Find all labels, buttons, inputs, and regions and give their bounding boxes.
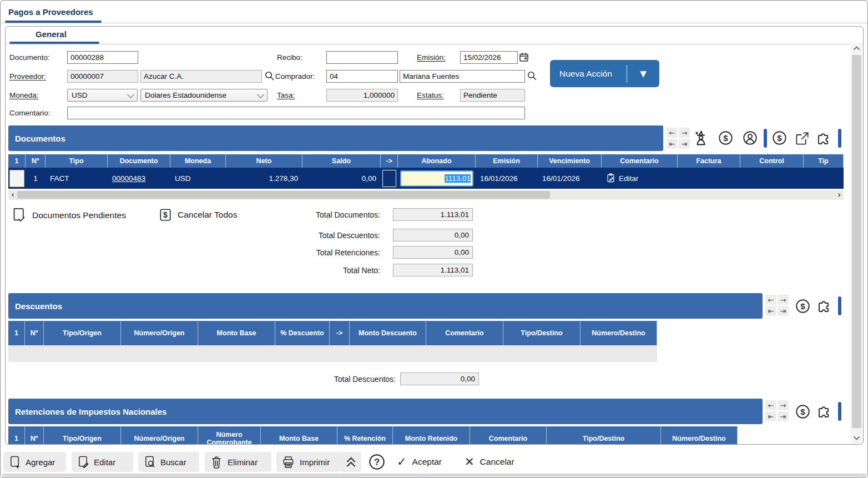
col-tipo-destino: Tipo/Destino (547, 426, 661, 444)
tab-general[interactable]: General (36, 29, 67, 39)
imprimir-button[interactable]: Imprimir (276, 452, 341, 472)
page-horizontal-scrollbar[interactable] (2, 474, 866, 477)
documentos-horizontal-scrollbar[interactable]: ‹ › (8, 190, 844, 200)
table-row[interactable]: 1 FACT 00000483 USD 1.278,30 0,00 1113.0… (8, 168, 844, 189)
scroll-left-icon[interactable]: ‹ (8, 190, 17, 200)
buscar-button[interactable]: Buscar (138, 452, 199, 472)
eliminar-label: Eliminar (228, 457, 258, 467)
svg-text:$: $ (800, 301, 805, 311)
col-numero: Nº (25, 321, 44, 345)
col-comentario: Comentario (602, 154, 678, 168)
total-retenciones-label: Total Retenciones: (278, 248, 380, 257)
scroll-right-icon[interactable]: › (835, 190, 844, 200)
moneda-name-select[interactable]: Dolares Estadounidense (140, 89, 268, 102)
dollar-circle-icon[interactable]: $ (795, 404, 811, 422)
recibo-input[interactable] (326, 51, 398, 64)
col-select: 1 (8, 154, 26, 168)
editar-link-label: Editar (619, 174, 638, 183)
document-plus-icon (9, 455, 21, 469)
caret-down-icon[interactable]: ▼ (627, 69, 659, 79)
external-link-icon[interactable] (795, 131, 810, 148)
prev-record-icon[interactable]: ← (667, 128, 678, 138)
last-record-icon[interactable]: ⇥ (778, 306, 789, 316)
col-transfer: -> (330, 321, 350, 345)
emision-label[interactable]: Emisión: (417, 53, 446, 62)
edit-note-icon (606, 173, 615, 183)
next-record-icon[interactable]: → (778, 295, 789, 305)
col-emision: Emisión (476, 154, 538, 168)
dollar-square-icon: $ (159, 208, 172, 222)
scrollbar-thumb[interactable] (852, 55, 861, 428)
proveedor-label[interactable]: Proveedor: (9, 72, 46, 80)
dollar-circle-icon[interactable]: $ (718, 130, 734, 148)
col-numero-origen: Número/Origen (121, 321, 198, 345)
abonado-input[interactable]: 1113.01 (400, 170, 473, 187)
next-record-icon[interactable]: → (778, 400, 789, 410)
agregar-button[interactable]: Agregar (3, 452, 66, 472)
editar-button[interactable]: Editar (72, 452, 133, 472)
last-record-icon[interactable]: ⇥ (778, 411, 789, 421)
comprador-code-input[interactable] (326, 70, 398, 83)
documentos-pendientes-button[interactable]: Documentos Pendientes (12, 207, 126, 223)
row-emision: 16/01/2026 (476, 168, 538, 189)
person-circle-icon[interactable] (742, 130, 758, 148)
row-checkbox[interactable] (9, 170, 24, 187)
col-numero-origen: Número/Origen (121, 426, 198, 444)
trash-icon (210, 455, 223, 469)
prev-record-icon[interactable]: ← (765, 295, 776, 305)
top-divider (1, 23, 867, 23)
row-transfer-button[interactable] (382, 170, 396, 187)
estatus-label[interactable]: Estatus: (417, 91, 444, 99)
aceptar-button[interactable]: ✓ Aceptar (397, 452, 442, 472)
first-record-icon[interactable]: ⇤ (765, 306, 776, 316)
collapse-toolbar-button[interactable] (341, 452, 361, 472)
comprador-search-icon[interactable] (527, 71, 537, 83)
dollar-circle-icon[interactable]: $ (771, 130, 788, 148)
moneda-code-select[interactable]: USD (67, 89, 138, 102)
row-comentario-editar[interactable]: Editar (602, 168, 678, 189)
wizard-icon[interactable] (692, 129, 710, 149)
eliminar-button[interactable]: Eliminar (205, 452, 271, 472)
col-numero-destino: Número/Destino (581, 321, 657, 345)
svg-text:$: $ (777, 133, 782, 143)
scroll-up-icon[interactable] (852, 45, 861, 52)
comentario-input[interactable] (67, 107, 525, 119)
recibo-label: Recibo: (277, 53, 302, 62)
dollar-circle-icon[interactable]: $ (795, 298, 811, 316)
nueva-accion-button[interactable]: Nueva Acción ▼ (550, 60, 659, 87)
comprador-name-input[interactable] (400, 70, 525, 83)
tasa-label[interactable]: Tasa: (277, 91, 295, 99)
col-tipo: Tipo (46, 154, 108, 168)
prev-record-icon[interactable]: ← (765, 400, 776, 410)
retenciones-section-header: Retenciones de Impuestos Nacionales (8, 399, 763, 424)
documento-input[interactable] (67, 51, 138, 64)
cancelar-label: Cancelar (480, 457, 514, 467)
help-button[interactable]: ? (368, 453, 386, 473)
row-neto: 1.278,30 (226, 168, 302, 189)
documentos-nav-group: ← → ⇤ ⇥ (667, 128, 690, 149)
puzzle-icon[interactable] (816, 403, 833, 422)
emision-input[interactable] (460, 51, 518, 64)
descuentos-header-row: 1 Nº Tipo/Origen Número/Origen Monto Bas… (8, 321, 657, 345)
col-select: 1 (8, 426, 25, 444)
descuentos-total-label: Total Descuentos: (294, 375, 396, 384)
vertical-scrollbar[interactable] (851, 43, 862, 444)
proveedor-search-icon[interactable] (264, 71, 275, 83)
puzzle-icon[interactable] (816, 298, 833, 316)
col-numero-comprobante: Número Comprobante (198, 426, 261, 444)
col-moneda: Moneda (170, 154, 226, 168)
last-record-icon[interactable]: ⇥ (679, 139, 690, 149)
app-window: Pagos a Proveedores General Documento: R… (0, 0, 868, 478)
documento-link[interactable]: 00000483 (112, 174, 145, 183)
row-tipo-afectado (804, 168, 844, 189)
first-record-icon[interactable]: ⇤ (765, 411, 776, 421)
scroll-down-icon[interactable] (852, 435, 861, 441)
puzzle-icon[interactable] (816, 130, 832, 149)
cancelar-button[interactable]: ✕ Cancelar (465, 452, 514, 472)
cancelar-todos-button[interactable]: $ Cancelar Todos (159, 208, 237, 222)
moneda-label[interactable]: Moneda: (9, 91, 39, 99)
calendar-icon[interactable] (519, 52, 529, 64)
next-record-icon[interactable]: → (679, 128, 690, 138)
first-record-icon[interactable]: ⇤ (667, 139, 678, 149)
scrollbar-thumb[interactable] (17, 191, 550, 199)
